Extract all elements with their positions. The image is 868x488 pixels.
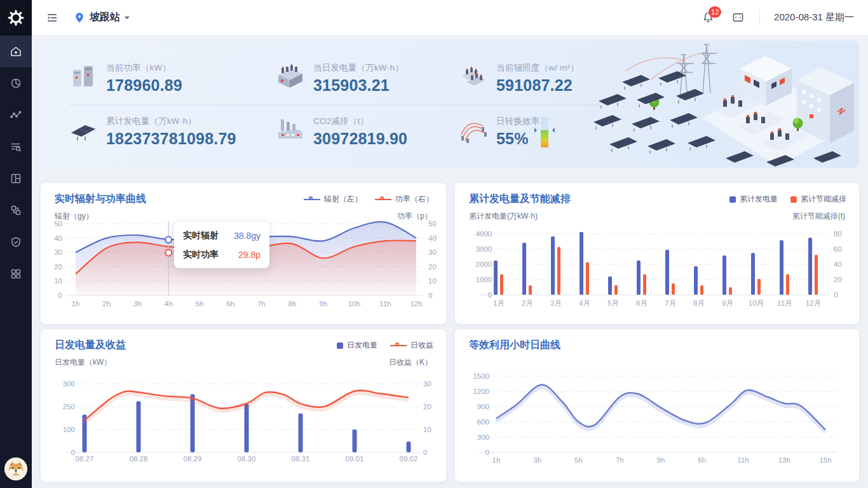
notifications-button[interactable]: 12 — [702, 11, 714, 24]
svg-text:4h: 4h — [165, 300, 173, 308]
avatar-image — [4, 458, 27, 480]
svg-text:50: 50 — [428, 220, 437, 227]
sidebar-item-home[interactable] — [0, 36, 32, 67]
kpi-current-irradiance: 当前辐照度（w/ m²） 591087.22 — [459, 62, 579, 95]
fullscreen-icon — [732, 11, 744, 24]
sidebar-item-layout[interactable] — [0, 163, 32, 194]
kpi-value: 30972819.90 — [313, 130, 407, 148]
svg-text:40: 40 — [54, 234, 62, 242]
svg-text:12月: 12月 — [806, 299, 821, 307]
layout-icon — [10, 172, 22, 185]
sidebar-item-pie-chart[interactable] — [0, 67, 32, 99]
legend-item-saving[interactable]: 累计节能减排 — [790, 194, 846, 205]
user-avatar[interactable] — [4, 458, 27, 480]
legend-item-generation[interactable]: 累计发电量 — [729, 194, 778, 205]
svg-text:1h: 1h — [72, 300, 80, 308]
svg-text:20: 20 — [423, 403, 431, 410]
svg-text:30: 30 — [428, 248, 437, 256]
legend-item-daily-revenue[interactable]: 日收益 — [390, 340, 433, 351]
cumulative-generation-card: 累计发电量及节能减排 累计发电量 累计节能减排 累计发电量(万kW·h) 累计节… — [455, 183, 859, 324]
app-logo[interactable] — [0, 0, 32, 36]
shield-check-icon — [10, 236, 22, 248]
svg-text:6h: 6h — [226, 300, 234, 308]
kpi-label: 日转换效率 — [496, 116, 540, 127]
svg-text:3月: 3月 — [550, 299, 562, 307]
sidebar-item-activity[interactable] — [0, 99, 32, 131]
svg-text:30: 30 — [423, 380, 431, 388]
svg-text:40: 40 — [834, 261, 842, 268]
kpi-daily-generation: 当日发电量（万kW·h） 315903.21 — [276, 62, 403, 95]
sidebar-item-report-search[interactable] — [0, 131, 32, 163]
svg-text:4月: 4月 — [579, 299, 590, 307]
svg-text:0: 0 — [423, 449, 427, 456]
svg-text:7h: 7h — [257, 300, 266, 308]
legend-item-radiation[interactable]: 辐射（左） — [304, 194, 362, 205]
kpi-label: 当日发电量（万kW·h） — [313, 62, 403, 74]
line-series-icon — [390, 345, 407, 346]
sidebar-nav — [0, 36, 32, 290]
equivalent-hours-plot[interactable]: 1500120090060030001h3h5h7h9h6h11h13h15h — [461, 357, 857, 478]
chevron-down-icon — [125, 17, 130, 22]
bar-series-icon — [337, 342, 343, 349]
kpi-value: 315903.21 — [313, 76, 403, 95]
legend-item-power[interactable]: 功率（右） — [375, 194, 433, 205]
card-title: 日发电量及收益 — [55, 339, 126, 352]
svg-text:4000: 4000 — [475, 230, 492, 238]
svg-text:11h: 11h — [379, 300, 391, 308]
solar-panel-icon — [69, 116, 98, 145]
location-pin-icon — [74, 12, 85, 24]
svg-text:08.30: 08.30 — [238, 455, 256, 463]
svg-text:11h: 11h — [737, 456, 749, 464]
kpi-label: CO2减排（t） — [313, 116, 407, 127]
svg-text:08.28: 08.28 — [130, 455, 148, 463]
report-search-icon — [10, 140, 22, 153]
irradiance-icon — [459, 62, 488, 92]
current-date: 2020-08-31 星期一 — [774, 11, 854, 24]
header-divider — [759, 10, 760, 25]
svg-text:10月: 10月 — [749, 299, 764, 307]
kpi-total-generation: 累计发电量（万kW·h） 182373781098.79 — [69, 116, 236, 148]
svg-text:10h: 10h — [348, 300, 360, 308]
svg-text:08.27: 08.27 — [76, 455, 94, 463]
kpi-value: 182373781098.79 — [106, 130, 236, 148]
svg-text:08.29: 08.29 — [184, 455, 202, 463]
svg-text:10: 10 — [428, 277, 437, 285]
bar-series-icon — [729, 196, 736, 203]
card-title: 累计发电量及节能减排 — [469, 193, 571, 206]
svg-text:0: 0 — [58, 292, 62, 299]
legend-item-daily-generation[interactable]: 日发电量 — [337, 340, 377, 351]
plant-illustration — [587, 42, 857, 166]
bar-series-icon — [790, 196, 797, 203]
svg-text:900: 900 — [477, 403, 489, 410]
svg-text:20: 20 — [54, 263, 62, 271]
svg-text:0: 0 — [428, 292, 432, 299]
svg-text:20: 20 — [834, 276, 842, 283]
factory-icon — [276, 116, 305, 145]
daily-generation-plot[interactable]: 3003025020100100008.2708.2808.2908.3008.… — [47, 365, 446, 471]
svg-text:3000: 3000 — [475, 245, 492, 253]
station-selector[interactable]: 坡跟站 — [74, 11, 130, 24]
cumulative-generation-plot[interactable]: 001000202000403000604000801月2月3月4月5月6月7月… — [461, 219, 853, 316]
sidebar-item-apps[interactable] — [0, 258, 32, 290]
sidebar — [0, 0, 32, 488]
topology-icon — [10, 204, 22, 217]
svg-text:6月: 6月 — [636, 299, 648, 307]
svg-text:9h: 9h — [657, 456, 665, 464]
svg-text:1000: 1000 — [475, 276, 492, 283]
svg-text:600: 600 — [477, 418, 489, 426]
svg-text:6h: 6h — [698, 456, 706, 464]
chart-tooltip: 实时辐射 38.8gy 实时功率 29.8p — [174, 222, 269, 268]
menu-collapse-icon[interactable] — [46, 11, 58, 24]
header-right: 12 2020-08-31 星期一 — [702, 10, 854, 25]
svg-text:09.02: 09.02 — [400, 455, 418, 463]
chart-legend: 日发电量 日收益 — [337, 340, 433, 351]
station-name: 坡跟站 — [90, 11, 120, 24]
svg-text:5h: 5h — [196, 300, 204, 308]
sidebar-item-shield[interactable] — [0, 226, 32, 258]
svg-text:9月: 9月 — [722, 299, 733, 307]
kpi-label: 当前功率（kW） — [106, 62, 182, 74]
fullscreen-button[interactable] — [732, 11, 744, 24]
svg-text:1月: 1月 — [493, 299, 505, 307]
sidebar-item-topology[interactable] — [0, 194, 32, 226]
svg-text:8h: 8h — [288, 300, 297, 308]
